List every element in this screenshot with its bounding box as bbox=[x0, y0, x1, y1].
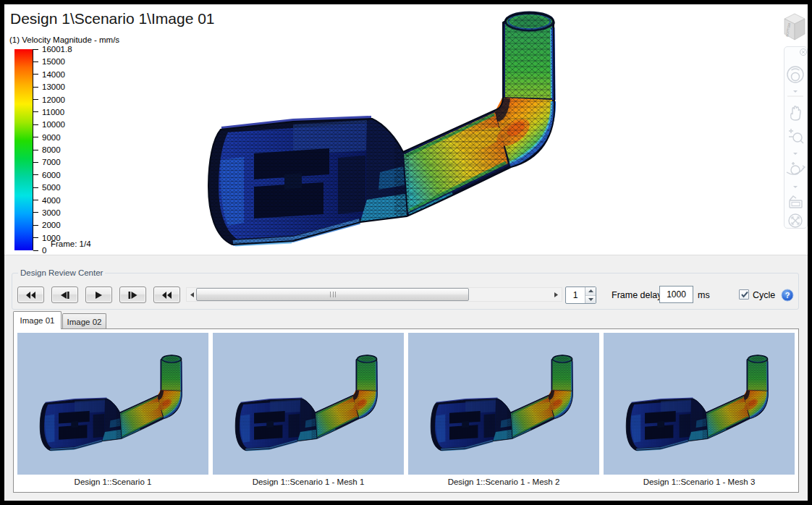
legend-tick: 4000 bbox=[33, 197, 72, 204]
spinner-down-button[interactable] bbox=[585, 296, 596, 304]
render-viewport: Design 1\Scenario 1\Image 01 (1) Velocit… bbox=[4, 4, 808, 501]
dropdown-arrow-icon[interactable] bbox=[793, 153, 798, 155]
playback-controls bbox=[17, 287, 180, 303]
navigation-bar bbox=[784, 46, 808, 229]
frame-delay-label: Frame delay: bbox=[612, 290, 664, 300]
legend-tick: 5000 bbox=[33, 184, 72, 191]
orbit-icon[interactable] bbox=[787, 162, 805, 174]
legend-tick: 13000 bbox=[33, 83, 72, 90]
thumbnail-image[interactable] bbox=[604, 333, 795, 475]
thumbnail-scenario-1[interactable]: Design 1::Scenario 1 bbox=[17, 333, 208, 488]
rewind-icon bbox=[25, 292, 36, 299]
scrollbar-thumb[interactable] bbox=[196, 288, 469, 301]
thumbnail-image[interactable] bbox=[17, 333, 208, 475]
legend-ticks: 16001.8 15000 14000 13000 12000 11000 10… bbox=[33, 46, 72, 254]
legend-colorbar bbox=[14, 49, 33, 250]
question-mark-icon: ? bbox=[785, 291, 790, 300]
frame-scrollbar[interactable] bbox=[186, 287, 562, 302]
spinner-up-button[interactable] bbox=[585, 287, 596, 296]
scrollbar-grip-icon bbox=[330, 292, 336, 297]
scroll-left-icon[interactable] bbox=[189, 291, 196, 299]
groupbox-title: Design Review Center bbox=[18, 268, 105, 277]
zoom-icon[interactable] bbox=[789, 129, 803, 143]
step-forward-button[interactable] bbox=[119, 287, 146, 303]
cycle-label: Cycle bbox=[753, 290, 775, 300]
legend-tick: 8000 bbox=[33, 146, 72, 153]
thumbnail-mesh-3[interactable]: Design 1::Scenario 1 - Mesh 3 bbox=[604, 333, 795, 488]
play-button[interactable] bbox=[85, 287, 112, 303]
thumbnail-caption: Design 1::Scenario 1 - Mesh 1 bbox=[213, 475, 404, 488]
legend-title: (1) Velocity Magnitude - mm/s bbox=[9, 35, 119, 44]
legend-tick: 12000 bbox=[33, 96, 72, 103]
close-icon[interactable] bbox=[800, 49, 807, 56]
navigation-wheel-icon[interactable] bbox=[787, 67, 803, 82]
thumbnail-panel: Design 1::Scenario 1 Design 1::Scenario … bbox=[13, 328, 799, 493]
frame-delay-unit: ms bbox=[698, 290, 710, 300]
thumbnail-image[interactable] bbox=[213, 333, 404, 475]
rewind-button[interactable] bbox=[17, 287, 44, 303]
pan-hand-icon[interactable] bbox=[791, 106, 800, 120]
check-icon bbox=[740, 290, 749, 299]
dropdown-arrow-icon[interactable] bbox=[793, 186, 798, 188]
step-back-icon bbox=[60, 292, 69, 299]
step-forward-icon bbox=[128, 292, 138, 299]
legend-tick: 3000 bbox=[33, 209, 72, 216]
main-3d-render[interactable] bbox=[206, 6, 568, 258]
thumbnail-caption: Design 1::Scenario 1 - Mesh 2 bbox=[408, 475, 599, 488]
frame-indicator: Frame: 1/4 bbox=[51, 239, 91, 248]
dropdown-arrow-icon[interactable] bbox=[793, 90, 798, 93]
thumbnail-image[interactable] bbox=[408, 333, 599, 475]
play-icon bbox=[95, 292, 103, 299]
legend-tick: 15000 bbox=[33, 58, 72, 65]
fast-forward-button[interactable] bbox=[153, 287, 180, 303]
legend-tick: 10000 bbox=[33, 121, 72, 128]
page-title: Design 1\Scenario 1\Image 01 bbox=[10, 10, 215, 27]
app-window: Design 1\Scenario 1\Image 01 (1) Velocit… bbox=[0, 0, 812, 505]
help-button[interactable]: ? bbox=[781, 289, 794, 302]
scroll-right-icon[interactable] bbox=[552, 291, 559, 299]
frame-number-spinner[interactable]: 1 bbox=[565, 287, 596, 304]
showmotion-icon[interactable] bbox=[790, 196, 802, 208]
frame-number-value[interactable]: 1 bbox=[566, 287, 585, 303]
legend-tick: 6000 bbox=[33, 171, 72, 179]
frame-delay-input[interactable]: 1000 bbox=[659, 286, 693, 303]
zoom-fit-icon[interactable] bbox=[789, 214, 802, 227]
legend-tick: 16001.8 bbox=[33, 46, 72, 53]
thumbnail-caption: Design 1::Scenario 1 - Mesh 3 bbox=[604, 475, 795, 488]
legend-tick: 11000 bbox=[33, 109, 72, 116]
legend-tick: 7000 bbox=[33, 158, 72, 166]
fast-forward-icon bbox=[161, 292, 172, 299]
step-back-button[interactable] bbox=[51, 287, 78, 303]
legend-tick: 14000 bbox=[33, 71, 72, 78]
view-cube[interactable]: BOTTOM bbox=[780, 10, 808, 46]
legend-tick: 2000 bbox=[33, 221, 72, 229]
tab-image-02[interactable]: Image 02 bbox=[62, 313, 106, 329]
thumbnail-caption: Design 1::Scenario 1 bbox=[17, 475, 208, 488]
tab-image-01[interactable]: Image 01 bbox=[13, 311, 62, 329]
thumbnail-mesh-1[interactable]: Design 1::Scenario 1 - Mesh 1 bbox=[213, 333, 404, 488]
cycle-checkbox[interactable] bbox=[739, 289, 749, 300]
thumbnail-mesh-2[interactable]: Design 1::Scenario 1 - Mesh 2 bbox=[408, 333, 599, 488]
legend-tick: 9000 bbox=[33, 134, 72, 141]
